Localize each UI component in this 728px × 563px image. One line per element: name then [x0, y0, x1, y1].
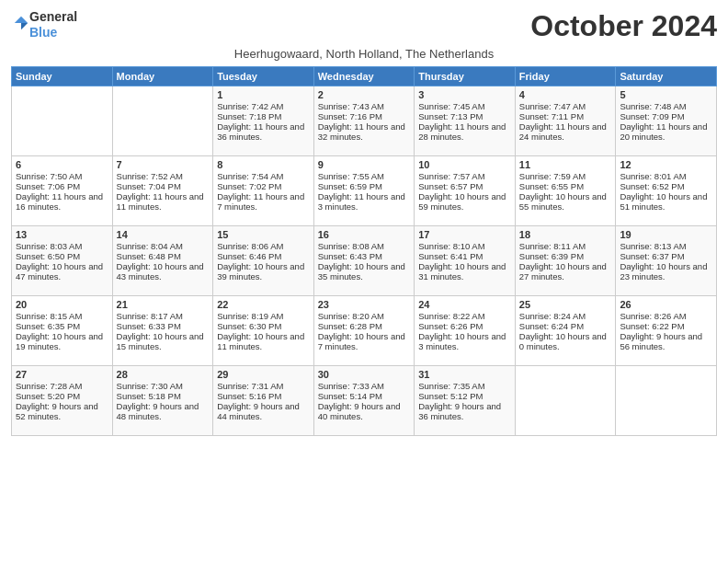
- sunrise-text: Sunrise: 8:10 AM: [418, 241, 484, 251]
- calendar-cell: 27Sunrise: 7:28 AMSunset: 5:20 PMDayligh…: [12, 366, 113, 436]
- daylight-text: Daylight: 11 hours and 16 minutes.: [16, 191, 103, 212]
- day-number: 3: [418, 89, 511, 100]
- sunrise-text: Sunrise: 7:50 AM: [16, 171, 82, 181]
- day-number: 19: [620, 229, 712, 240]
- day-number: 26: [620, 299, 712, 310]
- sunset-text: Sunset: 6:55 PM: [519, 181, 584, 191]
- sunrise-text: Sunrise: 8:17 AM: [117, 311, 183, 321]
- col-header-tuesday: Tuesday: [213, 67, 314, 86]
- sunset-text: Sunset: 5:20 PM: [16, 391, 80, 401]
- sunset-text: Sunset: 6:46 PM: [217, 251, 281, 261]
- col-header-wednesday: Wednesday: [313, 67, 415, 86]
- daylight-text: Daylight: 10 hours and 27 minutes.: [519, 261, 607, 282]
- calendar-cell: [616, 366, 717, 436]
- sunset-text: Sunset: 7:16 PM: [318, 111, 382, 121]
- sunset-text: Sunset: 7:02 PM: [217, 181, 281, 191]
- sunset-text: Sunset: 5:14 PM: [318, 391, 382, 401]
- day-number: 12: [620, 159, 712, 170]
- day-number: 21: [117, 299, 210, 310]
- daylight-text: Daylight: 10 hours and 55 minutes.: [519, 191, 607, 212]
- sunset-text: Sunset: 6:22 PM: [620, 321, 684, 331]
- day-number: 15: [217, 229, 310, 240]
- day-number: 27: [16, 369, 108, 380]
- sunrise-text: Sunrise: 8:13 AM: [620, 241, 686, 251]
- col-header-saturday: Saturday: [616, 67, 717, 86]
- calendar-cell: 15Sunrise: 8:06 AMSunset: 6:46 PMDayligh…: [213, 226, 314, 296]
- calendar-cell: 20Sunrise: 8:15 AMSunset: 6:35 PMDayligh…: [12, 296, 113, 366]
- calendar-cell: 4Sunrise: 7:47 AMSunset: 7:11 PMDaylight…: [515, 86, 616, 156]
- sunset-text: Sunset: 7:13 PM: [418, 111, 483, 121]
- daylight-text: Daylight: 11 hours and 24 minutes.: [519, 121, 607, 142]
- sunset-text: Sunset: 6:35 PM: [16, 321, 80, 331]
- page-container: General Blue October 2024 Heerhugowaard,…: [0, 0, 728, 445]
- calendar-table: SundayMondayTuesdayWednesdayThursdayFrid…: [11, 66, 717, 436]
- daylight-text: Daylight: 10 hours and 51 minutes.: [620, 191, 707, 212]
- daylight-text: Daylight: 9 hours and 56 minutes.: [620, 331, 702, 351]
- calendar-cell: 31Sunrise: 7:35 AMSunset: 5:12 PMDayligh…: [415, 366, 516, 436]
- sunset-text: Sunset: 6:30 PM: [217, 321, 281, 331]
- month-title: October 2024: [530, 9, 717, 43]
- sunrise-text: Sunrise: 8:20 AM: [318, 311, 384, 321]
- sunrise-text: Sunrise: 8:04 AM: [117, 241, 183, 251]
- sunset-text: Sunset: 7:11 PM: [519, 111, 584, 121]
- day-number: 1: [217, 89, 310, 100]
- week-row-4: 20Sunrise: 8:15 AMSunset: 6:35 PMDayligh…: [12, 296, 717, 366]
- daylight-text: Daylight: 10 hours and 47 minutes.: [16, 261, 103, 282]
- calendar-cell: 17Sunrise: 8:10 AMSunset: 6:41 PMDayligh…: [415, 226, 516, 296]
- sunrise-text: Sunrise: 7:33 AM: [318, 381, 384, 391]
- header: General Blue October 2024: [11, 9, 717, 43]
- day-number: 5: [620, 89, 712, 100]
- calendar-cell: 9Sunrise: 7:55 AMSunset: 6:59 PMDaylight…: [313, 156, 415, 226]
- day-number: 9: [318, 159, 411, 170]
- calendar-cell: 14Sunrise: 8:04 AMSunset: 6:48 PMDayligh…: [112, 226, 213, 296]
- sunset-text: Sunset: 7:04 PM: [117, 181, 181, 191]
- daylight-text: Daylight: 10 hours and 11 minutes.: [217, 331, 304, 351]
- sunset-text: Sunset: 6:37 PM: [620, 251, 684, 261]
- calendar-cell: 19Sunrise: 8:13 AMSunset: 6:37 PMDayligh…: [616, 226, 717, 296]
- day-number: 6: [16, 159, 108, 170]
- day-number: 29: [217, 369, 310, 380]
- daylight-text: Daylight: 11 hours and 28 minutes.: [418, 121, 506, 142]
- daylight-text: Daylight: 10 hours and 59 minutes.: [418, 191, 506, 212]
- daylight-text: Daylight: 9 hours and 44 minutes.: [217, 401, 300, 421]
- sunrise-text: Sunrise: 7:55 AM: [318, 171, 384, 181]
- daylight-text: Daylight: 10 hours and 0 minutes.: [519, 331, 607, 351]
- calendar-cell: [515, 366, 616, 436]
- day-number: 23: [318, 299, 411, 310]
- sunrise-text: Sunrise: 8:19 AM: [217, 311, 283, 321]
- daylight-text: Daylight: 11 hours and 36 minutes.: [217, 121, 304, 142]
- daylight-text: Daylight: 11 hours and 20 minutes.: [620, 121, 707, 142]
- sunrise-text: Sunrise: 7:42 AM: [217, 101, 283, 111]
- day-number: 2: [318, 89, 411, 100]
- daylight-text: Daylight: 9 hours and 36 minutes.: [418, 401, 501, 421]
- daylight-text: Daylight: 9 hours and 48 minutes.: [117, 401, 199, 421]
- sunrise-text: Sunrise: 7:30 AM: [117, 381, 183, 391]
- day-number: 13: [16, 229, 108, 240]
- header-row: SundayMondayTuesdayWednesdayThursdayFrid…: [12, 67, 717, 86]
- day-number: 31: [418, 369, 511, 380]
- daylight-text: Daylight: 10 hours and 35 minutes.: [318, 261, 405, 282]
- sunset-text: Sunset: 6:28 PM: [318, 321, 382, 331]
- calendar-cell: 29Sunrise: 7:31 AMSunset: 5:16 PMDayligh…: [213, 366, 314, 436]
- sunset-text: Sunset: 7:18 PM: [217, 111, 281, 121]
- sunset-text: Sunset: 6:33 PM: [117, 321, 181, 331]
- sunset-text: Sunset: 5:12 PM: [418, 391, 483, 401]
- day-number: 30: [318, 369, 411, 380]
- calendar-cell: 28Sunrise: 7:30 AMSunset: 5:18 PMDayligh…: [112, 366, 213, 436]
- week-row-1: 1Sunrise: 7:42 AMSunset: 7:18 PMDaylight…: [12, 86, 717, 156]
- sunset-text: Sunset: 6:41 PM: [418, 251, 483, 261]
- sunrise-text: Sunrise: 8:11 AM: [519, 241, 586, 251]
- calendar-cell: 1Sunrise: 7:42 AMSunset: 7:18 PMDaylight…: [213, 86, 314, 156]
- sunrise-text: Sunrise: 7:28 AM: [16, 381, 82, 391]
- svg-marker-1: [21, 23, 28, 29]
- daylight-text: Daylight: 10 hours and 39 minutes.: [217, 261, 304, 282]
- sunrise-text: Sunrise: 8:24 AM: [519, 311, 586, 321]
- week-row-3: 13Sunrise: 8:03 AMSunset: 6:50 PMDayligh…: [12, 226, 717, 296]
- calendar-cell: 26Sunrise: 8:26 AMSunset: 6:22 PMDayligh…: [616, 296, 717, 366]
- daylight-text: Daylight: 11 hours and 32 minutes.: [318, 121, 405, 142]
- calendar-cell: 25Sunrise: 8:24 AMSunset: 6:24 PMDayligh…: [515, 296, 616, 366]
- daylight-text: Daylight: 10 hours and 43 minutes.: [117, 261, 204, 282]
- calendar-cell: 6Sunrise: 7:50 AMSunset: 7:06 PMDaylight…: [12, 156, 113, 226]
- sunrise-text: Sunrise: 8:08 AM: [318, 241, 384, 251]
- sunrise-text: Sunrise: 7:52 AM: [117, 171, 183, 181]
